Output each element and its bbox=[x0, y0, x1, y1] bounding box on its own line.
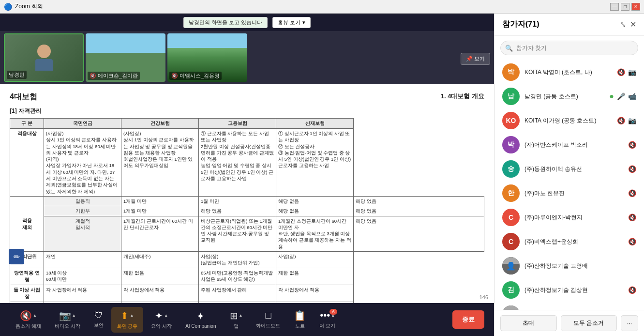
sidebar-header-actions[interactable]: ⤡ ✕ bbox=[620, 20, 636, 29]
insurance-table: 구 분 국민연금 건강보험 고용보험 산재보험 적용대상 (사업장)상시 1인 … bbox=[10, 118, 484, 303]
thumbnail-kimiran[interactable]: 🔇 메이크숀_김미란 bbox=[86, 33, 165, 82]
search-input[interactable] bbox=[500, 41, 638, 55]
toolbar-whiteboard[interactable]: □ 화이트보드 bbox=[250, 307, 286, 332]
participant-item[interactable]: 👤 (주)산하정보기술_지수현 🔇 bbox=[498, 302, 640, 310]
audio-label: 음소거 해제 bbox=[15, 323, 41, 330]
participant-actions: 🔇 bbox=[628, 238, 636, 245]
mute-all-button[interactable]: 모두 음소거 bbox=[561, 315, 617, 331]
toolbar-video[interactable]: 📷 ▲ 비디오 시작 bbox=[49, 307, 86, 333]
col-header-pension: 국민연금 bbox=[44, 119, 121, 129]
mic-muted-icon: 🔇 bbox=[617, 68, 625, 76]
whiteboard-label: 화이트보드 bbox=[256, 322, 280, 329]
participant-item[interactable]: C (주)비엑스랩+윤상희 🔇 bbox=[498, 229, 640, 254]
col-header-health: 건강보험 bbox=[121, 119, 199, 129]
screen-share-badge: 남경민의 화면을 보고 있습니다 bbox=[183, 17, 268, 28]
sidebar-footer: 초대 모두 음소거 ··· bbox=[494, 310, 644, 336]
toolbar-security[interactable]: 🛡 보안 bbox=[88, 307, 109, 332]
participant-name: (자)어반스케이프 박소리 bbox=[524, 141, 623, 149]
thumbnails-row: 남경민 🔇 메이크숀_김미란 🔇 이엠시스_김은영 📌 보기 bbox=[0, 31, 494, 84]
video-on-icon: 📹 bbox=[628, 92, 636, 100]
table-row-age: 당연적용 연령 18세 이상60세 미만 제한 없음 65세 미만(고용안정·직… bbox=[10, 268, 484, 285]
avatar: 👤 bbox=[502, 305, 520, 310]
toolbar-more[interactable]: ••• ▲ 더 보기 6 bbox=[314, 307, 341, 332]
avatar: 송 bbox=[502, 160, 520, 178]
participant-item[interactable]: C (주)마루이엔지-박현지 🔇 bbox=[498, 205, 640, 229]
annotation-button[interactable]: ✏ bbox=[9, 249, 24, 264]
video-label: 비디오 시작 bbox=[55, 323, 80, 330]
participant-item[interactable]: KO KOITA 이가영 (공동 호스트) 🔇 📷 bbox=[498, 108, 640, 133]
window-title: Zoom 회의 bbox=[15, 2, 43, 11]
ai-icon: ✦ bbox=[196, 310, 205, 322]
share-icon: ⬆ bbox=[120, 310, 129, 321]
table-row-applicable: 적용대상 (사업장)상시 1인 이상의 근로자를 사용하는 사업장의 18세 이… bbox=[10, 129, 484, 197]
search-icon: 🔍 bbox=[505, 45, 513, 52]
video-icon: 📷 bbox=[59, 310, 71, 321]
toolbar-summary[interactable]: ✦ ▲ 요약 시작 bbox=[145, 307, 178, 333]
mic-muted-icon: 🔇 bbox=[628, 141, 636, 149]
participant-item[interactable]: 박 (자)어반스케이프 박소리 🔇 bbox=[498, 133, 640, 157]
toolbar-note[interactable]: 📋 노트 bbox=[288, 307, 312, 333]
thumbnail-namkyungmin[interactable]: 남경민 bbox=[4, 33, 84, 82]
pin-view-btn[interactable]: 📌 보기 bbox=[461, 53, 490, 65]
participant-item[interactable]: 송 (주)동원하이텍 송유선 🔇 bbox=[498, 157, 640, 181]
summary-label: 요약 시작 bbox=[151, 323, 172, 330]
window-controls[interactable]: — □ ✕ bbox=[610, 3, 640, 11]
avatar: 한 bbox=[502, 184, 520, 202]
toolbar-ai[interactable]: ✦ AI Companion bbox=[180, 307, 222, 332]
video-off-icon: 📷 bbox=[628, 117, 636, 124]
participant-item[interactable]: 👤 (주)산하정보기술 고영배 bbox=[498, 254, 640, 278]
table-row-unit: 관리단위 개인 개인(세대주) 사업(장)(실업급여는 개인단위 가입) 사업(… bbox=[10, 252, 484, 268]
mic-muted-icon: 🔇 bbox=[628, 165, 636, 173]
toolbar-audio[interactable]: 🔇 ▲ 음소거 해제 bbox=[10, 307, 47, 333]
participant-name: KOITA 박영미 (호스트, 나) bbox=[524, 68, 612, 76]
sidebar-header: 참가자(71) ⤡ ✕ bbox=[494, 14, 644, 36]
participant-item[interactable]: 한 (주)마노 한유진 🔇 bbox=[498, 181, 640, 205]
participant-actions: 🔇 bbox=[628, 286, 636, 294]
thumbnail-kimeunyoung[interactable]: 🔇 이엠시스_김은영 bbox=[167, 33, 247, 82]
popout-icon[interactable]: ⤡ bbox=[620, 20, 626, 29]
toolbar-share[interactable]: ⬆ ▲ 화면 공유 bbox=[111, 307, 144, 333]
mic-muted-icon: 🔇 bbox=[628, 214, 636, 221]
avatar: 남 bbox=[502, 88, 520, 105]
participant-actions: ● 🎤 📹 bbox=[609, 92, 636, 101]
mic-muted-icon: 🔇 bbox=[617, 117, 625, 124]
participant-item[interactable]: 박 KOITA 박영미 (호스트, 나) 🔇 📷 bbox=[498, 60, 640, 84]
participant-item[interactable]: 남 남경민 (공동 호스트) ● 🎤 📹 bbox=[498, 84, 640, 108]
more-options-button[interactable]: ··· bbox=[621, 315, 638, 331]
close-btn[interactable]: ✕ bbox=[631, 3, 640, 11]
mic-muted-icon: 🔇 bbox=[628, 189, 636, 197]
note-label: 노트 bbox=[295, 323, 305, 330]
participant-actions: 🔇 📷 bbox=[617, 117, 636, 124]
app-icon: ⊞ bbox=[230, 310, 238, 321]
avatar: C bbox=[502, 233, 520, 250]
ai-label: AI Companion bbox=[185, 323, 216, 329]
page-number: 146 bbox=[479, 294, 488, 300]
mic-muted-icon: 🔇 bbox=[628, 238, 636, 245]
minimize-btn[interactable]: — bbox=[610, 3, 619, 11]
table-row-excluded-seasonal: 계절적일시적 1개월간의 근로시간이 60시간 미만 단시간근로자 비상근근로자… bbox=[10, 216, 484, 251]
invite-button[interactable]: 초대 bbox=[500, 315, 557, 331]
doc-sub-title: 1. 4대보험 개요 bbox=[441, 92, 484, 102]
col-header-category: 구 분 bbox=[10, 119, 44, 129]
toolbar-app[interactable]: ⊞ ▲ 앱 bbox=[224, 307, 249, 333]
sidebar-search[interactable]: 🔍 bbox=[500, 41, 638, 55]
avatar: 김 bbox=[502, 281, 520, 299]
participant-item[interactable]: 김 (주)산하정보기술 김상현 🔇 bbox=[498, 278, 640, 302]
thumb-label-3: 🔇 이엠시스_김은영 bbox=[169, 72, 222, 80]
close-sidebar-icon[interactable]: ✕ bbox=[630, 20, 636, 29]
view-button[interactable]: 홈뷰 보기 ▾ bbox=[272, 17, 311, 28]
maximize-btn[interactable]: □ bbox=[621, 3, 629, 11]
participant-name: 남경민 (공동 호스트) bbox=[524, 92, 604, 101]
mic-muted-icon: 🔇 bbox=[628, 286, 636, 294]
participant-name: (주)산하정보기술 김상현 bbox=[524, 286, 623, 294]
table-row-excluded-ilwongjik: 적용제외 일용직 1개월 미만 1월 미만 해당 없음 해당 없음 bbox=[10, 196, 484, 206]
table-row-multi: 들 이상 사업장 각 사업장에서 적용 각 사업장에서 적용 주된 사업장에서 … bbox=[10, 285, 484, 302]
participant-actions: 🔇 bbox=[628, 214, 636, 221]
more-icon: ••• bbox=[320, 310, 330, 321]
avatar: KO bbox=[502, 112, 520, 129]
end-meeting-button[interactable]: 종료 bbox=[452, 310, 484, 329]
doc-main-title: 4대보험 bbox=[10, 92, 37, 102]
shared-content: 4대보험 1. 4대보험 개요 [1] 자격관리 구 분 국민연금 건강보험 고… bbox=[0, 84, 494, 303]
participant-name: (주)동원하이텍 송유선 bbox=[524, 165, 623, 173]
col-header-employment: 고용보험 bbox=[199, 119, 276, 129]
